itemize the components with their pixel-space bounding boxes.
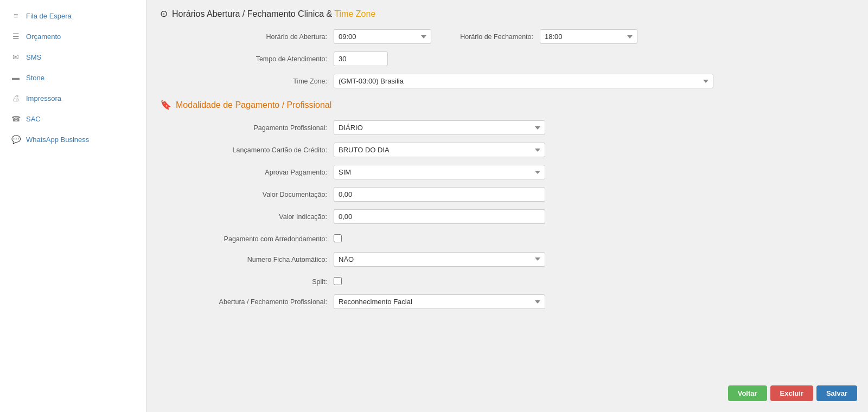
aprovar-pagamento-row: Aprovar Pagamento: SIM NÃO	[160, 165, 854, 179]
abertura-fechamento-row: Horário de Abertura: 09:00 08:00 10:00 H…	[160, 29, 854, 44]
sidebar-item-sms[interactable]: ✉ SMS	[0, 47, 146, 67]
stone-icon: ▬	[11, 73, 21, 82]
sidebar-item-label: SAC	[26, 115, 41, 123]
sidebar: ≡ Fila de Espera ☰ Orçamento ✉ SMS ▬ Sto…	[0, 0, 146, 412]
horario-abertura-select[interactable]: 09:00 08:00 10:00	[334, 29, 431, 44]
numero-ficha-row: Numero Ficha Automático: NÃO SIM	[160, 252, 854, 267]
tempo-atendimento-label: Tempo de Atendimento:	[160, 52, 334, 65]
pagamento-arredondamento-row: Pagamento com Arredondamento:	[160, 231, 854, 244]
lancamento-cartao-row: Lançamento Cartão de Crédito: BRUTO DO D…	[160, 143, 854, 157]
list-icon: ≡	[11, 11, 21, 21]
chat-icon: 💬	[11, 134, 21, 144]
sidebar-item-fila-espera[interactable]: ≡ Fila de Espera	[0, 5, 146, 26]
sidebar-item-stone[interactable]: ▬ Stone	[0, 67, 146, 88]
horarios-section-header: ⊙ Horários Abertura / Fechamento Clinica…	[160, 8, 854, 20]
valor-documentacao-input[interactable]	[334, 187, 545, 202]
sidebar-item-label: WhatsApp Business	[26, 136, 89, 144]
file-icon: ☰	[11, 31, 21, 41]
valor-indicacao-label: Valor Indicação:	[160, 209, 334, 222]
pagamento-profissional-label: Pagamento Profissional:	[160, 120, 334, 133]
timezone-label: Time Zone:	[160, 74, 334, 87]
lancamento-cartao-select[interactable]: BRUTO DO DIA LIQUIDO DO DIA	[334, 143, 545, 157]
valor-documentacao-label: Valor Documentação:	[160, 187, 334, 200]
timezone-row: Time Zone: (GMT-03:00) Brasilia (GMT-05:…	[160, 74, 854, 88]
salvar-button[interactable]: Salvar	[816, 385, 857, 401]
split-label: Split:	[160, 274, 334, 287]
valor-indicacao-row: Valor Indicação:	[160, 209, 854, 224]
tempo-atendimento-input[interactable]	[334, 52, 388, 66]
numero-ficha-select[interactable]: NÃO SIM	[334, 252, 545, 267]
horario-fechamento-select[interactable]: 18:00 17:00 19:00	[540, 29, 637, 44]
horario-fechamento-label: Horário de Fechamento:	[431, 29, 540, 42]
sidebar-item-impressora[interactable]: 🖨 Impressora	[0, 88, 146, 108]
abertura-fechamento-prof-row: Abertura / Fechamento Profissional: Reco…	[160, 294, 854, 309]
horarios-title: Horários Abertura / Fechamento Clinica &…	[172, 9, 375, 19]
split-row: Split:	[160, 274, 854, 287]
lancamento-cartao-label: Lançamento Cartão de Crédito:	[160, 143, 334, 156]
sidebar-item-label: Fila de Espera	[26, 12, 72, 20]
aprovar-pagamento-select[interactable]: SIM NÃO	[334, 165, 545, 179]
main-content: ⊙ Horários Abertura / Fechamento Clinica…	[146, 0, 868, 412]
split-checkbox[interactable]	[334, 277, 342, 285]
sidebar-item-label: Stone	[26, 74, 44, 82]
timezone-select[interactable]: (GMT-03:00) Brasilia (GMT-05:00) Bogota …	[334, 74, 713, 88]
aprovar-pagamento-label: Aprovar Pagamento:	[160, 165, 334, 178]
sidebar-item-label: Orçamento	[26, 33, 61, 41]
pagamento-profissional-select[interactable]: DIÁRIO SEMANAL MENSAL	[334, 120, 545, 135]
valor-documentacao-row: Valor Documentação:	[160, 187, 854, 202]
sidebar-item-whatsapp[interactable]: 💬 WhatsApp Business	[0, 129, 146, 150]
pagamento-profissional-row: Pagamento Profissional: DIÁRIO SEMANAL M…	[160, 120, 854, 135]
bookmark-icon: 🔖	[160, 99, 171, 111]
excluir-button[interactable]: Excluir	[770, 385, 813, 401]
abertura-fechamento-prof-label: Abertura / Fechamento Profissional:	[160, 294, 334, 307]
sidebar-item-orcamento[interactable]: ☰ Orçamento	[0, 26, 146, 47]
sidebar-item-label: SMS	[26, 53, 41, 61]
pagamento-arredondamento-checkbox[interactable]	[334, 234, 342, 242]
phone-icon: ☎	[11, 114, 21, 124]
sidebar-item-sac[interactable]: ☎ SAC	[0, 108, 146, 129]
pagamento-arredondamento-label: Pagamento com Arredondamento:	[160, 231, 334, 244]
horario-abertura-label: Horário de Abertura:	[160, 29, 334, 42]
printer-icon: 🖨	[11, 93, 21, 103]
valor-indicacao-input[interactable]	[334, 209, 545, 224]
modalidade-title: Modalidade de Pagamento / Profissional	[176, 100, 331, 110]
sms-icon: ✉	[11, 52, 21, 62]
action-bar: Voltar Excluir Salvar	[728, 385, 857, 401]
tempo-atendimento-row: Tempo de Atendimento:	[160, 52, 854, 66]
abertura-fechamento-prof-select[interactable]: Reconhecimento Facial Manual Biométrico	[334, 294, 545, 309]
numero-ficha-label: Numero Ficha Automático:	[160, 252, 334, 265]
modalidade-section-header: 🔖 Modalidade de Pagamento / Profissional	[160, 99, 854, 111]
voltar-button[interactable]: Voltar	[728, 385, 767, 401]
sidebar-item-label: Impressora	[26, 94, 61, 102]
clock-icon: ⊙	[160, 8, 168, 20]
